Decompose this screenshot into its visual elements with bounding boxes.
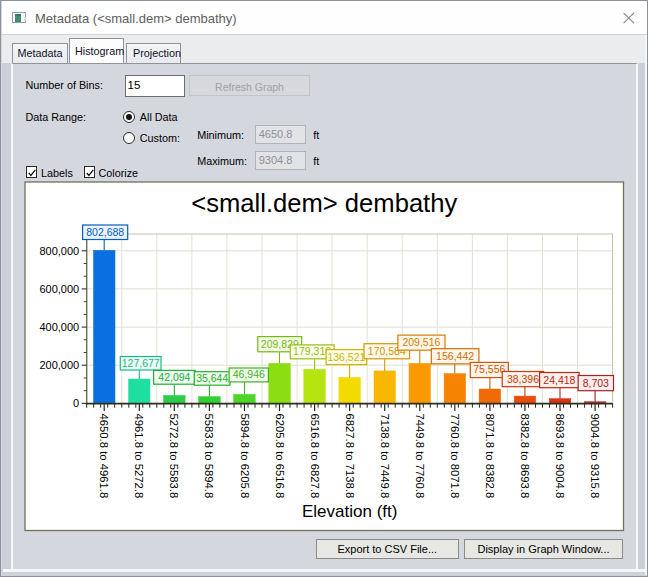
svg-text:0: 0 bbox=[73, 397, 79, 409]
svg-text:35,644: 35,644 bbox=[196, 372, 228, 384]
svg-text:4961.8 to 5272.8: 4961.8 to 5272.8 bbox=[133, 414, 145, 499]
svg-text:5272.8 to 5583.8: 5272.8 to 5583.8 bbox=[168, 414, 180, 499]
svg-text:46,946: 46,946 bbox=[233, 368, 265, 380]
svg-text:7449.8 to 7760.8: 7449.8 to 7760.8 bbox=[414, 414, 426, 499]
svg-text:<small.dem> dembathy: <small.dem> dembathy bbox=[191, 189, 457, 217]
svg-text:5583.8 to 5894.8: 5583.8 to 5894.8 bbox=[203, 414, 215, 499]
svg-text:6205.8 to 6516.8: 6205.8 to 6516.8 bbox=[274, 414, 286, 499]
svg-text:42,094: 42,094 bbox=[158, 371, 190, 383]
svg-text:6516.8 to 6827.8: 6516.8 to 6827.8 bbox=[309, 414, 321, 499]
svg-text:8693.8 to 9004.8: 8693.8 to 9004.8 bbox=[554, 414, 566, 499]
svg-text:8,703: 8,703 bbox=[583, 377, 609, 389]
svg-text:8382.8 to 8693.8: 8382.8 to 8693.8 bbox=[519, 414, 531, 499]
svg-text:802,688: 802,688 bbox=[86, 226, 124, 238]
svg-text:800,000: 800,000 bbox=[39, 245, 79, 257]
svg-text:600,000: 600,000 bbox=[39, 283, 79, 295]
svg-text:24,418: 24,418 bbox=[543, 374, 575, 386]
svg-text:6827.8 to 7138.8: 6827.8 to 7138.8 bbox=[344, 414, 356, 499]
svg-text:7760.8 to 8071.8: 7760.8 to 8071.8 bbox=[449, 414, 461, 499]
svg-text:400,000: 400,000 bbox=[39, 321, 79, 333]
svg-text:75,556: 75,556 bbox=[473, 363, 505, 375]
svg-text:Elevation (ft): Elevation (ft) bbox=[302, 502, 397, 521]
svg-text:200,000: 200,000 bbox=[39, 359, 79, 371]
svg-text:127,677: 127,677 bbox=[122, 357, 160, 369]
svg-text:38,396: 38,396 bbox=[507, 373, 539, 385]
svg-text:4650.8 to 4961.8: 4650.8 to 4961.8 bbox=[98, 414, 110, 499]
svg-text:7138.8 to 7449.8: 7138.8 to 7449.8 bbox=[379, 414, 391, 499]
svg-text:209,516: 209,516 bbox=[402, 336, 440, 348]
svg-text:5894.8 to 6205.8: 5894.8 to 6205.8 bbox=[239, 414, 251, 499]
svg-text:9004.8 to 9315.8: 9004.8 to 9315.8 bbox=[589, 414, 601, 499]
svg-text:8071.8 to 8382.8: 8071.8 to 8382.8 bbox=[484, 414, 496, 499]
svg-text:136,521: 136,521 bbox=[327, 351, 365, 363]
svg-text:156,442: 156,442 bbox=[436, 350, 474, 362]
